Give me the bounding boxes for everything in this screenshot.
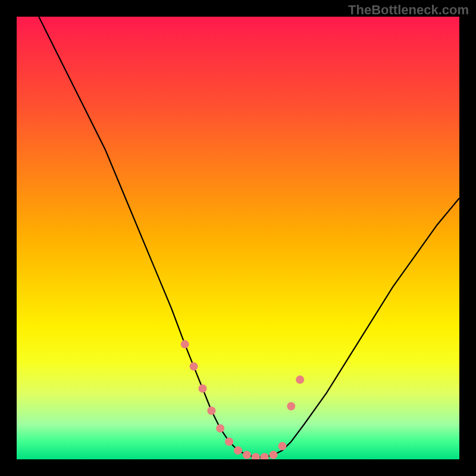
chart-overlay-svg xyxy=(17,17,459,459)
data-point xyxy=(278,442,286,450)
data-point xyxy=(199,384,207,393)
data-dots xyxy=(181,340,305,459)
data-point xyxy=(252,453,260,459)
data-point xyxy=(234,446,242,455)
data-point xyxy=(261,453,269,459)
data-point xyxy=(243,451,251,459)
data-point xyxy=(216,424,224,433)
data-point xyxy=(181,340,189,349)
data-point xyxy=(296,375,304,384)
data-point xyxy=(190,362,198,371)
data-point xyxy=(287,402,295,411)
data-point xyxy=(225,437,233,446)
bottleneck-curve xyxy=(39,17,459,457)
data-point xyxy=(270,451,278,459)
curve-line xyxy=(39,17,459,457)
data-point xyxy=(207,406,215,415)
watermark-text: TheBottleneck.com xyxy=(348,2,469,18)
